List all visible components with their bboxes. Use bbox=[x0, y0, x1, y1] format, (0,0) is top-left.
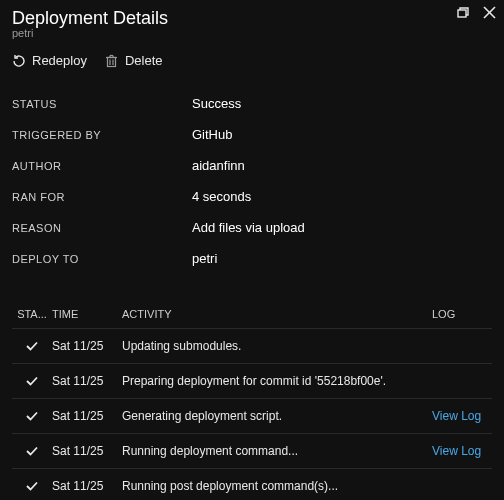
detail-row-ranfor: RAN FOR 4 seconds bbox=[12, 181, 492, 212]
close-icon[interactable] bbox=[483, 6, 496, 22]
delete-label: Delete bbox=[125, 53, 163, 68]
detail-label: AUTHOR bbox=[12, 160, 192, 172]
cell-activity: Running deployment command... bbox=[122, 444, 432, 458]
table-body: Sat 11/25Updating submodules.Sat 11/25Pr… bbox=[12, 329, 492, 500]
detail-label: REASON bbox=[12, 222, 192, 234]
blade-header: Deployment Details petri bbox=[0, 0, 504, 43]
check-icon bbox=[12, 409, 52, 423]
redeploy-icon bbox=[12, 54, 26, 68]
detail-row-triggered: TRIGGERED BY GitHub bbox=[12, 119, 492, 150]
check-icon bbox=[12, 444, 52, 458]
redeploy-button[interactable]: Redeploy bbox=[12, 53, 87, 68]
cell-time: Sat 11/25 bbox=[52, 479, 122, 493]
table-row: Sat 11/25Running deployment command...Vi… bbox=[12, 434, 492, 469]
detail-value: Add files via upload bbox=[192, 220, 305, 235]
view-log-link[interactable]: View Log bbox=[432, 444, 492, 458]
redeploy-label: Redeploy bbox=[32, 53, 87, 68]
trash-icon bbox=[105, 54, 119, 68]
cell-activity: Generating deployment script. bbox=[122, 409, 432, 423]
col-header-activity: ACTIVITY bbox=[122, 308, 432, 320]
table-row: Sat 11/25Preparing deployment for commit… bbox=[12, 364, 492, 399]
table-row: Sat 11/25Generating deployment script.Vi… bbox=[12, 399, 492, 434]
delete-button[interactable]: Delete bbox=[105, 53, 163, 68]
detail-row-deployto: DEPLOY TO petri bbox=[12, 243, 492, 274]
svg-rect-0 bbox=[458, 10, 466, 17]
check-icon bbox=[12, 479, 52, 493]
col-header-time: TIME bbox=[52, 308, 122, 320]
cell-time: Sat 11/25 bbox=[52, 339, 122, 353]
detail-value: aidanfinn bbox=[192, 158, 245, 173]
table-header: STA... TIME ACTIVITY LOG bbox=[12, 302, 492, 329]
detail-value: 4 seconds bbox=[192, 189, 251, 204]
detail-row-status: STATUS Success bbox=[12, 88, 492, 119]
restore-icon[interactable] bbox=[455, 7, 469, 22]
col-header-log: LOG bbox=[432, 308, 492, 320]
col-header-status: STA... bbox=[12, 308, 52, 320]
detail-label: TRIGGERED BY bbox=[12, 129, 192, 141]
cell-activity: Running post deployment command(s)... bbox=[122, 479, 432, 493]
detail-row-reason: REASON Add files via upload bbox=[12, 212, 492, 243]
detail-label: RAN FOR bbox=[12, 191, 192, 203]
detail-value: Success bbox=[192, 96, 241, 111]
detail-row-author: AUTHOR aidanfinn bbox=[12, 150, 492, 181]
cell-activity: Preparing deployment for commit id '5521… bbox=[122, 374, 432, 388]
check-icon bbox=[12, 339, 52, 353]
cell-time: Sat 11/25 bbox=[52, 444, 122, 458]
cell-time: Sat 11/25 bbox=[52, 374, 122, 388]
detail-label: STATUS bbox=[12, 98, 192, 110]
cell-time: Sat 11/25 bbox=[52, 409, 122, 423]
svg-rect-3 bbox=[108, 57, 116, 66]
table-row: Sat 11/25Updating submodules. bbox=[12, 329, 492, 364]
table-row: Sat 11/25Running post deployment command… bbox=[12, 469, 492, 500]
activity-table: STA... TIME ACTIVITY LOG Sat 11/25Updati… bbox=[0, 284, 504, 500]
toolbar: Redeploy Delete bbox=[0, 43, 504, 82]
blade-title: Deployment Details bbox=[12, 8, 492, 29]
cell-activity: Updating submodules. bbox=[122, 339, 432, 353]
detail-label: DEPLOY TO bbox=[12, 253, 192, 265]
detail-value: GitHub bbox=[192, 127, 232, 142]
detail-value: petri bbox=[192, 251, 217, 266]
details-list: STATUS Success TRIGGERED BY GitHub AUTHO… bbox=[0, 82, 504, 284]
view-log-link[interactable]: View Log bbox=[432, 409, 492, 423]
check-icon bbox=[12, 374, 52, 388]
deployment-details-blade: Deployment Details petri bbox=[0, 0, 504, 500]
window-controls bbox=[455, 6, 496, 22]
